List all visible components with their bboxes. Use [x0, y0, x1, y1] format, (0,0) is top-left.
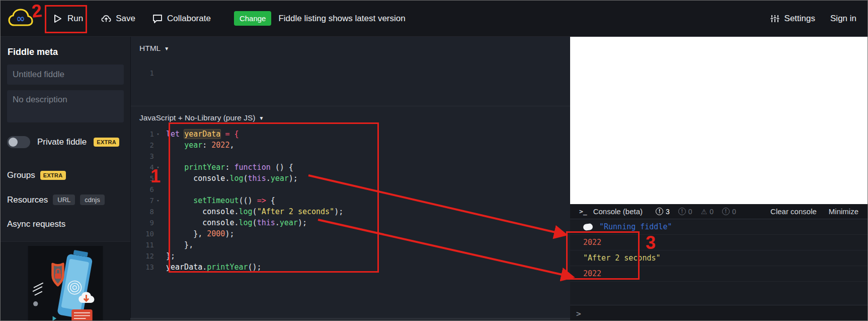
- console-output: "Running fiddle"2022"After 2 seconds"202…: [570, 219, 868, 282]
- console-counts: !3!0⚠0!0: [656, 208, 736, 216]
- cloud-pill-icon: [583, 223, 593, 231]
- settings-label: Settings: [784, 14, 815, 24]
- fiddle-title-input[interactable]: [7, 65, 124, 85]
- code-text: setTimeout(() => {: [166, 196, 275, 205]
- groups-label: Groups: [7, 170, 35, 180]
- clear-console-button[interactable]: Clear console: [770, 207, 817, 216]
- line-number: 13: [131, 263, 154, 271]
- code-line-1[interactable]: 1▾let yearData = {: [131, 129, 570, 140]
- fiddle-description-input[interactable]: [7, 90, 124, 122]
- sidebar-item-groups[interactable]: Groups EXTRA: [7, 170, 124, 180]
- circle-exclamation-icon: !: [656, 208, 663, 215]
- code-line-13[interactable]: 13yearData.printYear();: [131, 262, 570, 273]
- code-text: };: [166, 251, 175, 261]
- circle-exclamation-icon: !: [678, 208, 686, 215]
- code-line-2[interactable]: 2 year: 2022,: [131, 140, 570, 151]
- line-number: 3: [131, 152, 154, 160]
- code-line-7[interactable]: 7▾ setTimeout(() => {: [131, 195, 570, 206]
- html-panel-label: HTML: [139, 44, 161, 53]
- play-icon: [53, 14, 63, 24]
- line-number: 5: [131, 174, 154, 182]
- ad-zone: [1, 241, 130, 321]
- code-line-10[interactable]: 10 }, 2000);: [131, 228, 570, 239]
- line-number: 4: [131, 163, 154, 171]
- html-panel: HTML ▼ 1: [131, 37, 570, 106]
- terminal-prompt-icon: >_: [579, 208, 587, 215]
- count-value: 3: [666, 208, 670, 216]
- code-text: printYear: function () {: [166, 163, 293, 172]
- code-line-4[interactable]: 4▾ printYear: function () {: [131, 162, 570, 173]
- code-text: console.log(this.year);: [166, 174, 298, 183]
- console-log-text: "After 2 seconds": [583, 253, 661, 263]
- sidebar: Fiddle meta Private fiddle EXTRA Groups …: [1, 37, 130, 321]
- extra-badge: EXTRA: [40, 171, 66, 180]
- console-header: >_ Console (beta) !3!0⚠0!0 Clear console…: [570, 204, 868, 219]
- private-fiddle-label: Private fiddle: [37, 137, 87, 147]
- async-requests-label: Async requests: [7, 219, 65, 229]
- line-number: 6: [131, 185, 154, 194]
- fold-arrow-icon[interactable]: ▾: [154, 198, 162, 203]
- toggle-knob: [9, 138, 18, 147]
- code-line-3[interactable]: 3: [131, 151, 570, 162]
- code-text: yearData.printYear();: [166, 263, 262, 272]
- save-button[interactable]: Save: [101, 14, 135, 24]
- console-log-row-1: 2022: [570, 235, 868, 250]
- chevron-down-icon: ▼: [259, 115, 264, 121]
- console-log-row-2: "After 2 seconds": [570, 250, 868, 266]
- console-count-2[interactable]: ⚠0: [701, 208, 714, 216]
- settings-button[interactable]: Settings: [770, 14, 815, 24]
- code-line-11[interactable]: 11 },: [131, 239, 570, 250]
- fiddle-listing-notice: Fiddle listing shows latest version: [278, 14, 405, 24]
- editor-column: HTML ▼ 1 JavaScript + No-Library (pure J…: [130, 37, 570, 321]
- console-log-text: 2022: [583, 238, 601, 247]
- jsfiddle-logo-icon[interactable]: ∞: [8, 7, 34, 30]
- js-panel-label: JavaScript + No-Library (pure JS): [139, 113, 255, 122]
- collaborate-label: Collaborate: [167, 14, 211, 24]
- code-text: console.log("After 2 seconds");: [166, 207, 343, 216]
- js-code-editor[interactable]: 1▾let yearData = {2 year: 2022,34▾ print…: [131, 125, 570, 273]
- sidebar-item-resources[interactable]: Resources URL cdnjs: [7, 195, 124, 205]
- line-number: 12: [131, 252, 154, 260]
- console-count-1[interactable]: !0: [678, 208, 692, 216]
- code-line-5[interactable]: 5 console.log(this.year);: [131, 173, 570, 184]
- code-line-6[interactable]: 6: [131, 184, 570, 195]
- extra-badge: EXTRA: [94, 138, 119, 147]
- resources-label: Resources: [7, 195, 48, 205]
- js-panel-selector[interactable]: JavaScript + No-Library (pure JS) ▼: [131, 106, 570, 125]
- js-panel[interactable]: JavaScript + No-Library (pure JS) ▼ 1▾le…: [131, 106, 570, 273]
- line-number: 10: [131, 230, 154, 238]
- fold-arrow-icon[interactable]: ▾: [154, 132, 162, 137]
- sign-in-button[interactable]: Sign in: [830, 14, 856, 24]
- private-fiddle-row: Private fiddle EXTRA: [7, 136, 124, 148]
- line-number: 9: [131, 219, 154, 227]
- resource-chip-cdnjs[interactable]: cdnjs: [80, 195, 104, 205]
- count-value: 0: [709, 208, 714, 216]
- save-label: Save: [116, 14, 135, 24]
- code-line-8[interactable]: 8 console.log("After 2 seconds");: [131, 206, 570, 217]
- console-input-row[interactable]: >: [570, 305, 868, 321]
- change-button[interactable]: Change: [234, 11, 272, 26]
- console-panel: >_ Console (beta) !3!0⚠0!0 Clear console…: [570, 204, 868, 321]
- html-panel-selector[interactable]: HTML ▼: [131, 37, 570, 56]
- minimize-console-button[interactable]: Minimize: [829, 207, 858, 216]
- fold-arrow-icon[interactable]: ▾: [154, 165, 162, 170]
- editor-bottom-strip: [130, 318, 570, 321]
- jsfiddle-window: ∞ Run Save Collaborate: [0, 0, 868, 321]
- code-text: let yearData = {: [166, 130, 239, 139]
- console-count-0[interactable]: !3: [656, 208, 670, 216]
- sidebar-item-async-requests[interactable]: Async requests: [7, 219, 124, 229]
- console-log-text: "Running fiddle": [599, 222, 672, 231]
- run-button[interactable]: Run: [53, 14, 83, 24]
- run-label: Run: [67, 14, 83, 24]
- console-title: Console (beta): [593, 207, 643, 216]
- code-text: year: 2022,: [166, 141, 234, 150]
- sign-in-label: Sign in: [830, 14, 856, 24]
- code-line-9[interactable]: 9 console.log(this.year);: [131, 217, 570, 228]
- code-line-12[interactable]: 12};: [131, 250, 570, 262]
- resource-chip-url[interactable]: URL: [53, 195, 75, 205]
- collaborate-button[interactable]: Collaborate: [152, 14, 211, 24]
- ad-illustration[interactable]: [26, 246, 105, 321]
- console-count-3[interactable]: !0: [722, 208, 736, 216]
- private-fiddle-toggle[interactable]: [7, 136, 30, 148]
- count-value: 0: [688, 208, 692, 216]
